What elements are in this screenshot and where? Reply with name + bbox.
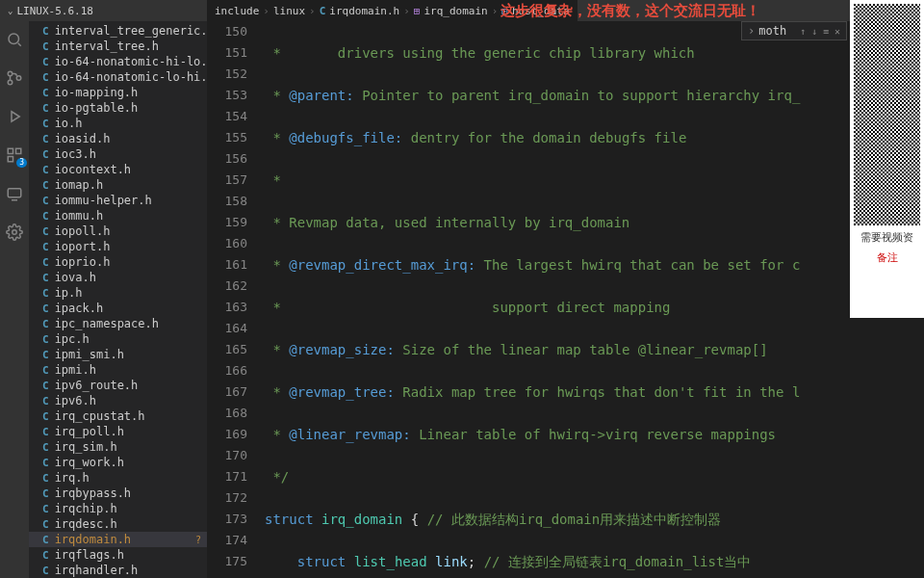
svg-point-3	[8, 80, 13, 85]
file-item[interactable]: Ciova.h	[29, 270, 207, 285]
extensions-icon[interactable]: 3	[4, 144, 25, 166]
qr-caption-red: 备注	[854, 250, 920, 265]
file-item[interactable]: Cirqchip.h	[29, 501, 207, 516]
source-control-icon[interactable]	[4, 67, 25, 89]
file-item[interactable]: Ciomap.h	[29, 177, 207, 193]
file-item[interactable]: Cipv6.h	[29, 393, 207, 408]
svg-point-11	[13, 230, 17, 235]
file-item[interactable]: Cinterval_tree.h	[29, 39, 207, 54]
line-gutter: 1501511521531541551561571581591601611621…	[207, 21, 265, 578]
file-item[interactable]: Cirq_poll.h	[29, 424, 207, 439]
file-explorer: Cinterval_tree_generic.hCinterval_tree.h…	[29, 21, 207, 578]
svg-point-0	[9, 34, 19, 44]
file-item[interactable]: Cioprio.h	[29, 254, 207, 270]
file-item[interactable]: Cipc_namespace.h	[29, 316, 207, 331]
qr-panel: 需要视频资 备注	[850, 0, 924, 318]
svg-line-1	[18, 43, 21, 46]
file-item[interactable]: Cipack.h	[29, 301, 207, 316]
svg-rect-9	[8, 189, 21, 197]
code-area[interactable]: * drivers using the generic chip library…	[265, 21, 852, 578]
svg-marker-5	[12, 112, 19, 122]
file-item[interactable]: Ciocontext.h	[29, 162, 207, 177]
activity-bar: 3	[0, 21, 29, 578]
file-item[interactable]: Cio-mapping.h	[29, 85, 207, 100]
project-title: LINUX-5.6.18	[16, 5, 92, 17]
file-item[interactable]: Ciommu.h	[29, 208, 207, 223]
chevron-down-icon[interactable]: ⌄	[8, 6, 13, 15]
file-item[interactable]: Cioc3.h	[29, 146, 207, 162]
file-item[interactable]: Cirqbypass.h	[29, 486, 207, 501]
file-item[interactable]: Cirq.h	[29, 470, 207, 486]
qr-caption: 需要视频资	[854, 231, 920, 245]
overlay-text: 这步很复杂，没有数，这个交流日无耻！	[500, 2, 760, 20]
file-item[interactable]: Cirqdesc.h	[29, 516, 207, 532]
svg-point-4	[16, 76, 21, 81]
file-item[interactable]: Ciommu-helper.h	[29, 193, 207, 208]
file-item[interactable]: Cio-pgtable.h	[29, 100, 207, 116]
svg-rect-6	[8, 148, 13, 153]
file-item[interactable]: Cio-64-nonatomic-lo-hi.h	[29, 69, 207, 85]
file-item[interactable]: Cio-64-nonatomic-hi-lo.h	[29, 54, 207, 69]
search-icon[interactable]	[4, 29, 25, 50]
file-item[interactable]: Cio.h	[29, 116, 207, 131]
qr-code-image	[854, 4, 920, 225]
file-item[interactable]: Cioport.h	[29, 239, 207, 254]
file-item[interactable]: Cirqdomain.h?	[29, 532, 207, 547]
code-editor[interactable]: 1501511521531541551561571581591601611621…	[207, 21, 852, 578]
file-item[interactable]: Cipv6_route.h	[29, 378, 207, 393]
svg-rect-8	[8, 157, 13, 162]
debug-icon[interactable]	[4, 106, 25, 127]
file-item[interactable]: Cirq_sim.h	[29, 439, 207, 455]
file-item[interactable]: Cirqflags.h	[29, 547, 207, 563]
file-item[interactable]: Cipc.h	[29, 331, 207, 347]
file-item[interactable]: Cipmi_smi.h	[29, 347, 207, 362]
remote-icon[interactable]	[4, 183, 25, 204]
svg-rect-7	[16, 148, 21, 153]
file-item[interactable]: Cip.h	[29, 285, 207, 301]
file-item[interactable]: Ciopoll.h	[29, 223, 207, 239]
file-item[interactable]: Cinterval_tree_generic.h	[29, 23, 207, 39]
file-item[interactable]: Cirq_work.h	[29, 455, 207, 470]
file-item[interactable]: Cirq_cpustat.h	[29, 408, 207, 424]
file-item[interactable]: Cipmi.h	[29, 362, 207, 378]
file-item[interactable]: Cioasid.h	[29, 131, 207, 146]
settings-icon[interactable]	[4, 222, 25, 243]
file-item[interactable]: Cirqhandler.h	[29, 563, 207, 578]
svg-point-2	[8, 71, 13, 76]
